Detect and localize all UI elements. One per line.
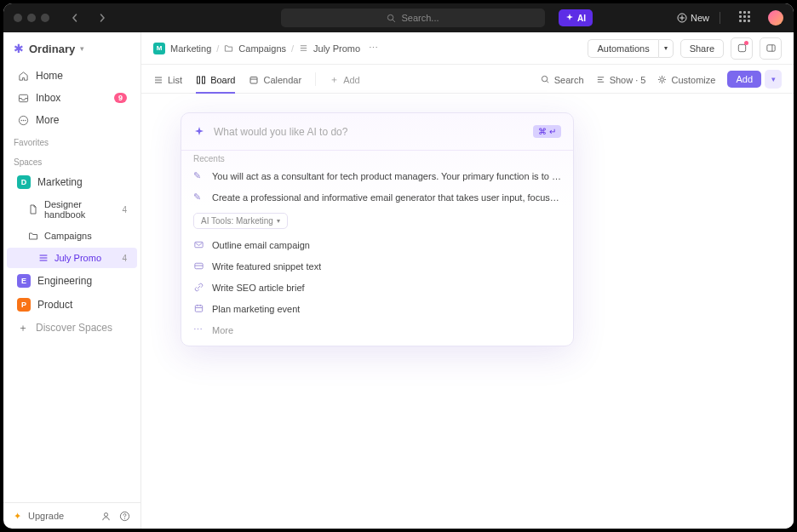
new-button[interactable]: New xyxy=(677,13,709,23)
space-product[interactable]: P Product xyxy=(7,294,137,316)
space-engineering[interactable]: E Engineering xyxy=(7,270,137,292)
ai-tool-snippet[interactable]: Write featured snippet text xyxy=(181,255,573,277)
share-button[interactable]: Share xyxy=(680,39,724,58)
sidebar: ✱ Ordinary ▾ Home Inbox 9 More Favorites… xyxy=(3,32,141,529)
chip-label: AI Tools: Marketing xyxy=(201,216,273,226)
space-label: Marketing xyxy=(37,176,83,188)
help-icon[interactable] xyxy=(118,510,130,522)
svg-rect-14 xyxy=(250,77,257,83)
recent-prompt[interactable]: ✎Create a professional and informative e… xyxy=(181,186,573,208)
folder-campaigns[interactable]: Campaigns xyxy=(7,226,137,246)
nav-inbox[interactable]: Inbox 9 xyxy=(7,88,137,108)
show-action[interactable]: Show · 5 xyxy=(596,65,646,94)
ai-button[interactable]: AI xyxy=(559,9,593,26)
svg-point-5 xyxy=(22,119,23,120)
workspace-switcher[interactable]: ✱ Ordinary ▾ xyxy=(3,32,140,65)
item-label: Designer handbook xyxy=(44,199,117,220)
discover-spaces[interactable]: ＋ Discover Spaces xyxy=(7,317,137,338)
add-task-button[interactable]: Add xyxy=(727,71,761,88)
nav-home[interactable]: Home xyxy=(7,66,137,86)
space-badge-icon: M xyxy=(153,43,165,54)
notifications-button[interactable] xyxy=(731,37,753,60)
new-label: New xyxy=(691,13,709,23)
crumb-space[interactable]: Marketing xyxy=(170,43,211,54)
panel-toggle-button[interactable] xyxy=(760,37,782,60)
view-list[interactable]: List xyxy=(153,65,182,94)
board-canvas: ⌘ ↵ Recents ✎You will act as a consultan… xyxy=(141,94,794,529)
ai-tools-filter[interactable]: AI Tools: Marketing▾ xyxy=(193,213,288,229)
favorites-header: Favorites xyxy=(3,131,140,151)
link-icon xyxy=(193,282,205,293)
doc-designer-handbook[interactable]: Designer handbook 4 xyxy=(7,195,137,224)
view-calendar[interactable]: Calendar xyxy=(249,65,301,94)
view-label: List xyxy=(168,75,182,85)
tool-label: Outline email campaign xyxy=(212,240,310,250)
svg-rect-13 xyxy=(203,77,205,83)
space-label: Engineering xyxy=(37,275,92,287)
nav-label: More xyxy=(36,114,59,126)
recent-text: Create a professional and informative em… xyxy=(212,192,561,203)
svg-point-9 xyxy=(123,518,124,518)
doc-icon xyxy=(27,203,39,215)
svg-point-16 xyxy=(661,78,664,82)
svg-rect-10 xyxy=(738,44,745,51)
nav-label: Inbox xyxy=(36,92,60,104)
plus-icon: ＋ xyxy=(330,73,339,86)
customize-action[interactable]: Customize xyxy=(657,65,715,94)
tool-label: Write SEO article brief xyxy=(212,283,305,293)
nav-back-button[interactable] xyxy=(65,8,85,28)
mail-icon xyxy=(193,239,205,250)
more-label: More xyxy=(212,325,233,335)
crumb-folder[interactable]: Campaigns xyxy=(238,43,286,54)
user-avatar[interactable] xyxy=(768,10,783,26)
plus-icon: ＋ xyxy=(17,322,29,334)
global-search[interactable]: Search... xyxy=(281,9,545,27)
nav-forward-button[interactable] xyxy=(92,8,112,28)
user-icon[interactable] xyxy=(100,510,112,522)
share-label: Share xyxy=(690,43,714,54)
svg-point-15 xyxy=(542,76,547,81)
svg-point-6 xyxy=(25,119,26,120)
item-count: 4 xyxy=(122,254,127,263)
window-controls xyxy=(14,14,49,22)
space-label: Product xyxy=(37,299,72,311)
crumb-list[interactable]: July Promo xyxy=(313,43,360,54)
spaces-header: Spaces xyxy=(3,151,140,170)
tool-label: Plan marketing event xyxy=(212,304,300,314)
add-view[interactable]: ＋Add xyxy=(330,65,360,94)
svg-point-7 xyxy=(104,512,107,516)
workspace-name: Ordinary xyxy=(29,43,75,55)
add-dropdown[interactable]: ▾ xyxy=(765,70,782,89)
list-july-promo[interactable]: July Promo 4 xyxy=(7,248,137,268)
space-badge: E xyxy=(17,274,31,288)
recent-prompt[interactable]: ✎You will act as a consultant for tech p… xyxy=(181,165,573,186)
nav-more[interactable]: More xyxy=(7,110,137,130)
ai-more[interactable]: ⋯More xyxy=(181,319,573,346)
search-action[interactable]: Search xyxy=(541,65,584,94)
folder-icon xyxy=(224,43,233,53)
dots-icon: ⋯ xyxy=(193,324,205,335)
ai-tool-event[interactable]: Plan marketing event xyxy=(181,298,573,319)
recents-header: Recents xyxy=(181,151,573,165)
chevron-down-icon: ▾ xyxy=(277,217,280,225)
tool-label: Write featured snippet text xyxy=(212,261,321,272)
list-icon xyxy=(37,252,49,264)
space-marketing[interactable]: D Marketing xyxy=(7,171,137,193)
space-badge: D xyxy=(17,175,31,189)
ai-label: AI xyxy=(577,14,586,23)
apps-button[interactable] xyxy=(739,11,753,25)
more-icon[interactable]: ⋯ xyxy=(369,43,378,54)
ai-prompt-input[interactable] xyxy=(214,126,525,138)
automations-button[interactable]: Automations ▾ xyxy=(588,39,673,58)
ai-tool-seo[interactable]: Write SEO article brief xyxy=(181,277,573,298)
view-board[interactable]: Board xyxy=(196,65,235,94)
search-placeholder: Search... xyxy=(401,13,439,23)
svg-rect-11 xyxy=(766,45,774,51)
item-label: July Promo xyxy=(54,253,101,263)
automations-dropdown[interactable]: ▾ xyxy=(658,39,674,58)
workspace-logo-icon: ✱ xyxy=(14,42,24,55)
inbox-icon xyxy=(17,92,29,104)
ai-tool-outline-email[interactable]: Outline email campaign xyxy=(181,234,573,255)
svg-point-0 xyxy=(388,14,393,20)
upgrade-button[interactable]: Upgrade xyxy=(28,511,64,521)
